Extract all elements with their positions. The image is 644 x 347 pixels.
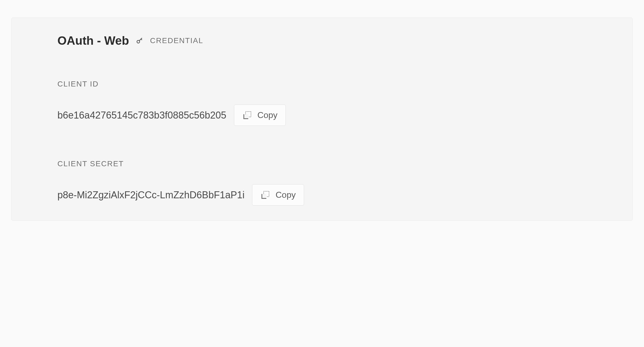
copy-icon	[260, 190, 270, 200]
card-header: OAuth - Web CREDENTIAL	[57, 34, 611, 47]
copy-icon	[242, 110, 252, 120]
key-icon	[136, 37, 144, 45]
client-secret-row: p8e-Mi2ZgziAlxF2jCCc-LmZzhD6BbF1aP1i Cop…	[57, 184, 611, 206]
client-id-label: CLIENT ID	[57, 80, 611, 88]
copy-client-id-button[interactable]: Copy	[234, 105, 286, 126]
client-id-value: b6e16a42765145c783b3f0885c56b205	[57, 110, 226, 121]
credential-badge: CREDENTIAL	[150, 36, 203, 45]
copy-client-secret-button[interactable]: Copy	[252, 184, 304, 206]
svg-line-2	[141, 39, 142, 40]
svg-rect-5	[244, 114, 248, 118]
copy-button-label: Copy	[275, 190, 296, 200]
client-id-field: CLIENT ID b6e16a42765145c783b3f0885c56b2…	[57, 80, 611, 126]
client-secret-label: CLIENT SECRET	[57, 159, 611, 168]
copy-button-label: Copy	[257, 110, 278, 120]
credential-card: OAuth - Web CREDENTIAL CLIENT ID b6e16a4…	[11, 18, 633, 221]
credential-title: OAuth - Web	[57, 34, 129, 47]
client-secret-field: CLIENT SECRET p8e-Mi2ZgziAlxF2jCCc-LmZzh…	[57, 159, 611, 206]
client-secret-value: p8e-Mi2ZgziAlxF2jCCc-LmZzhD6BbF1aP1i	[57, 189, 244, 201]
svg-rect-8	[262, 194, 266, 198]
client-id-row: b6e16a42765145c783b3f0885c56b205 Copy	[57, 105, 611, 126]
